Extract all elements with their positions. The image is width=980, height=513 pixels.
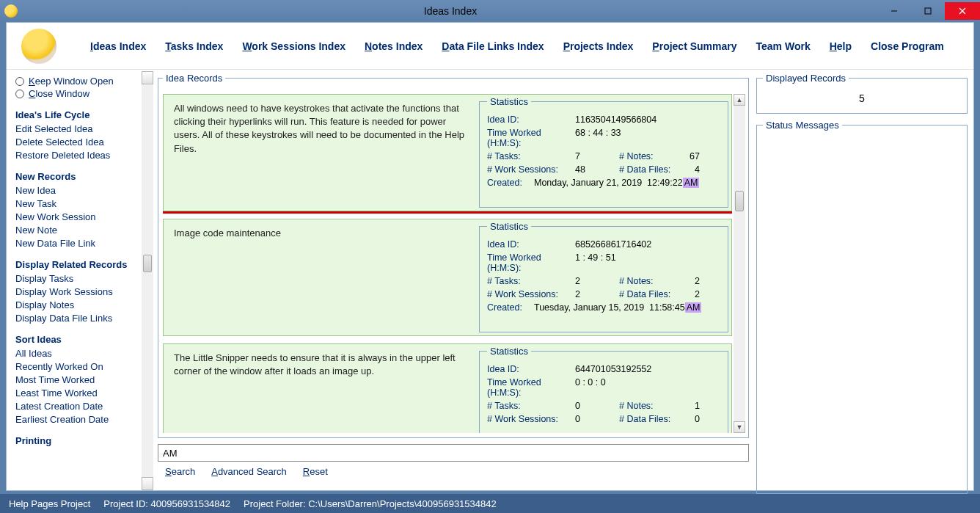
time-worked-value: 68 : 44 : 33: [575, 128, 621, 148]
sidebar-display-tasks[interactable]: Display Tasks: [15, 273, 147, 284]
sidebar-heading-display-related: Display Related Records: [15, 259, 147, 270]
data-files-value: 4: [678, 164, 700, 175]
scroll-down-icon[interactable]: ▼: [734, 421, 745, 433]
sidebar-new-idea[interactable]: New Idea: [15, 185, 147, 196]
close-button[interactable]: [945, 2, 980, 20]
radio-keep-window-open[interactable]: Keep Window Open: [15, 76, 147, 87]
work-sessions-value: 48: [575, 164, 619, 175]
records-scrollbar[interactable]: ▲ ▼: [734, 94, 745, 433]
sidebar-delete-selected-idea[interactable]: Delete Selected Idea: [15, 137, 147, 148]
menu-tasks-index[interactable]: Tasks Index: [165, 40, 223, 52]
statusbar: Help Pages Project Project ID: 400956931…: [0, 494, 980, 513]
sidebar-heading-sort-ideas: Sort Ideas: [15, 334, 147, 345]
sidebar-display-work-sessions[interactable]: Display Work Sessions: [15, 286, 147, 297]
idea-description: All windows need to have keystrokes that…: [164, 95, 476, 211]
notes-label: # Notes:: [619, 401, 678, 411]
notes-value: 1: [678, 401, 700, 411]
idea-id-value: 685266861716402: [575, 239, 651, 250]
menu-close-program[interactable]: Close Program: [871, 40, 944, 52]
data-files-label: # Data Files:: [619, 164, 678, 175]
idea-records-group: Idea Records All windows need to have ke…: [158, 73, 749, 438]
sidebar-heading-printing: Printing: [15, 435, 147, 446]
tasks-value: 0: [575, 401, 619, 411]
created-label: Created:: [487, 178, 528, 188]
data-files-label: # Data Files:: [619, 289, 678, 299]
statistics-group: StatisticsIdea ID:685266861716402 Time W…: [479, 221, 728, 332]
status-messages-legend: Status Messages: [763, 120, 842, 131]
window-title: Ideas Index: [23, 5, 877, 17]
maximize-button[interactable]: [911, 2, 945, 20]
time-worked-label: Time Worked (H:M:S):: [487, 377, 575, 398]
statistics-group: StatisticsIdea ID:1163504149566804 Time …: [479, 96, 728, 208]
scroll-up-icon[interactable]: ▲: [734, 94, 745, 106]
radio-close-window[interactable]: Close Window: [15, 88, 147, 99]
work-sessions-value: 0: [575, 414, 619, 424]
time-worked-value: 0 : 0 : 0: [575, 377, 606, 398]
tasks-label: # Tasks:: [487, 401, 575, 411]
created-ampm-highlight: AM: [683, 178, 700, 188]
sidebar-edit-selected-idea[interactable]: Edit Selected Idea: [15, 123, 147, 134]
menu-project-summary[interactable]: Project Summary: [652, 40, 736, 52]
tasks-label: # Tasks:: [487, 276, 575, 286]
sidebar-latest-creation-date[interactable]: Latest Creation Date: [15, 401, 147, 412]
sidebar-new-data-file-link[interactable]: New Data File Link: [15, 238, 147, 249]
status-project-id[interactable]: Project ID: 400956931534842: [103, 498, 230, 509]
idea-card[interactable]: All windows need to have keystrokes that…: [163, 94, 732, 211]
sidebar-most-time-worked[interactable]: Most Time Worked: [15, 374, 147, 385]
idea-id-label: Idea ID:: [487, 364, 575, 374]
statistics-legend: Statistics: [487, 221, 531, 232]
sidebar-new-note[interactable]: New Note: [15, 225, 147, 236]
sidebar-least-time-worked[interactable]: Least Time Worked: [15, 388, 147, 399]
displayed-records-value: 5: [763, 90, 961, 107]
sidebar-new-task[interactable]: New Task: [15, 198, 147, 209]
data-files-label: # Data Files:: [619, 414, 678, 424]
status-project-folder[interactable]: Project Folder: C:\Users\Darren\Projects…: [244, 498, 497, 509]
app-frame: Ideas Index Tasks Index Work Sessions In…: [6, 22, 974, 491]
center-panel: Idea Records All windows need to have ke…: [153, 71, 753, 490]
sidebar-heading-lifecycle: Idea's Life Cycle: [15, 109, 147, 120]
sidebar-display-data-file-links[interactable]: Display Data File Links: [15, 313, 147, 324]
sidebar-scrollbar[interactable]: [142, 71, 153, 490]
displayed-records-legend: Displayed Records: [763, 73, 849, 84]
right-panel: Displayed Records 5 Status Messages: [753, 71, 973, 490]
search-area: Search Advanced Search Reset: [158, 444, 749, 477]
idea-card[interactable]: The Little Snipper needs to ensure that …: [163, 343, 732, 433]
work-sessions-label: # Work Sessions:: [487, 164, 575, 175]
sidebar-all-ideas[interactable]: All Ideas: [15, 348, 147, 359]
sidebar-display-notes[interactable]: Display Notes: [15, 299, 147, 310]
menu-notes-index[interactable]: Notes Index: [365, 40, 423, 52]
idea-id-value: 644701053192552: [575, 364, 651, 374]
menu-ideas-index[interactable]: Ideas Index: [90, 40, 146, 52]
reset-link[interactable]: Reset: [303, 466, 328, 477]
status-help-pages-project[interactable]: Help Pages Project: [9, 498, 90, 509]
created-value: Monday, January 21, 2019 12:49:22AM: [534, 178, 699, 188]
advanced-search-link[interactable]: Advanced Search: [211, 466, 287, 477]
tasks-label: # Tasks:: [487, 151, 575, 161]
sidebar-recently-worked-on[interactable]: Recently Worked On: [15, 361, 147, 372]
status-messages-group: Status Messages: [756, 120, 968, 494]
menu-help[interactable]: Help: [830, 40, 852, 52]
menu-team-work[interactable]: Team Work: [756, 40, 811, 52]
svg-rect-1: [925, 8, 931, 14]
search-link[interactable]: Search: [165, 466, 195, 477]
idea-id-label: Idea ID:: [487, 114, 575, 125]
time-worked-value: 1 : 49 : 51: [575, 252, 616, 273]
search-input[interactable]: [158, 444, 749, 462]
menu-work-sessions-index[interactable]: Work Sessions Index: [242, 40, 345, 52]
created-ampm-highlight: AM: [685, 302, 702, 313]
data-files-value: 2: [678, 289, 700, 299]
displayed-records-group: Displayed Records 5: [756, 73, 968, 114]
sidebar-new-work-session[interactable]: New Work Session: [15, 211, 147, 222]
menu-data-file-links-index[interactable]: Data File Links Index: [442, 40, 544, 52]
window-buttons: [877, 2, 980, 20]
minimize-button[interactable]: [877, 2, 911, 20]
sidebar-restore-deleted-ideas[interactable]: Restore Deleted Ideas: [15, 150, 147, 161]
menu-projects-index[interactable]: Projects Index: [563, 40, 634, 52]
menubar: Ideas Index Tasks Index Work Sessions In…: [7, 23, 973, 70]
idea-card[interactable]: Image code maintenanceStatisticsIdea ID:…: [163, 219, 732, 336]
notes-value: 2: [678, 276, 700, 286]
sidebar-earliest-creation-date[interactable]: Earliest Creation Date: [15, 414, 147, 425]
time-worked-label: Time Worked (H:M:S):: [487, 252, 575, 273]
statistics-group: StatisticsIdea ID:644701053192552 Time W…: [479, 346, 728, 433]
app-icon: [4, 4, 18, 18]
